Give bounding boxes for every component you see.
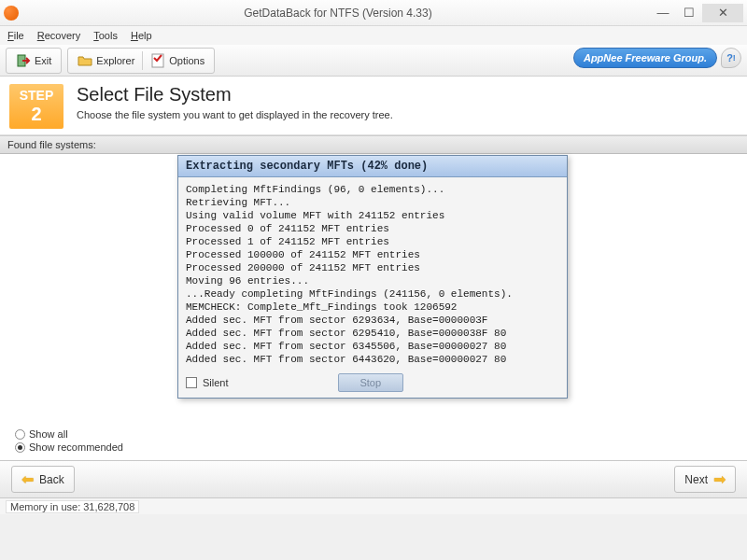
step-word: STEP [20,89,54,103]
view-filter-radios: Show all Show recommended [15,428,123,453]
next-button[interactable]: Next ➡ [674,466,736,493]
arrow-left-icon: ⬅ [21,470,34,488]
dialog-title: Extracting secondary MFTs (42% done) [178,156,567,177]
page-subtitle: Choose the file system you want to get d… [77,109,393,120]
step-badge: STEP 2 [9,84,63,129]
dialog-body: Completing MftFindings (96, 0 elements).… [178,177,567,370]
back-button[interactable]: ⬅ Back [11,466,75,493]
step-banner: STEP 2 Select File System Choose the fil… [0,77,747,135]
silent-label: Silent [203,377,229,388]
next-label: Next [684,473,708,486]
radio-icon [15,429,25,440]
exit-icon [16,53,31,68]
stop-button[interactable]: Stop [338,373,403,392]
brand-bubble[interactable]: AppNee Freeware Group. [573,48,717,68]
radio-show-all-label: Show all [29,428,68,440]
options-button[interactable]: Options [145,50,210,71]
brand-area: AppNee Freeware Group. ?! [573,48,741,68]
window-title: GetDataBack for NTFS (Version 4.33) [26,7,650,20]
log-output: Completing MftFindings (96, 0 elements).… [186,183,559,366]
folder-icon [78,53,92,68]
toolbar: Exit Explorer Options AppNee Freeware Gr… [0,45,747,77]
window-controls: — ☐ ✕ [650,4,743,22]
statusbar: Memory in use: 31,628,708 [0,497,747,514]
exit-label: Exit [35,55,51,66]
toolbar-divider [142,51,143,70]
dialog-footer: Silent Stop [178,370,567,398]
radio-show-recommended[interactable]: Show recommended [15,441,123,453]
progress-dialog: Extracting secondary MFTs (42% done) Com… [177,155,568,399]
help-icon[interactable]: ?! [721,48,741,68]
nav-bar: ⬅ Back Next ➡ [0,460,747,497]
app-icon [4,6,19,21]
options-label: Options [169,55,204,66]
menu-tools[interactable]: Tools [93,30,118,41]
titlebar: GetDataBack for NTFS (Version 4.33) — ☐ … [0,0,747,26]
found-filesystems-header: Found file systems: [0,135,747,154]
close-button[interactable]: ✕ [702,4,743,22]
silent-checkbox-row[interactable]: Silent [186,377,229,388]
radio-show-recommended-label: Show recommended [29,441,123,453]
arrow-right-icon: ➡ [713,470,726,488]
step-number: 2 [31,104,41,124]
toolbar-group-view: Explorer Options [67,48,215,74]
checkbox-icon [186,377,197,388]
explorer-button[interactable]: Explorer [72,50,140,71]
menu-recovery[interactable]: Recovery [37,30,80,41]
memory-status: Memory in use: 31,628,708 [6,500,139,513]
exit-button[interactable]: Exit [10,50,57,71]
minimize-button[interactable]: — [650,4,676,22]
menu-file[interactable]: File [7,30,24,41]
toolbar-group-exit: Exit [6,48,62,74]
step-text: Select File System Choose the file syste… [77,84,393,120]
menu-help[interactable]: Help [131,30,152,41]
explorer-label: Explorer [96,55,134,66]
radio-icon [15,442,25,453]
page-title: Select File System [77,84,393,105]
maximize-button[interactable]: ☐ [676,4,702,22]
radio-show-all[interactable]: Show all [15,428,123,440]
back-label: Back [39,473,64,486]
menubar: File Recovery Tools Help [0,26,747,45]
options-icon [150,53,165,68]
